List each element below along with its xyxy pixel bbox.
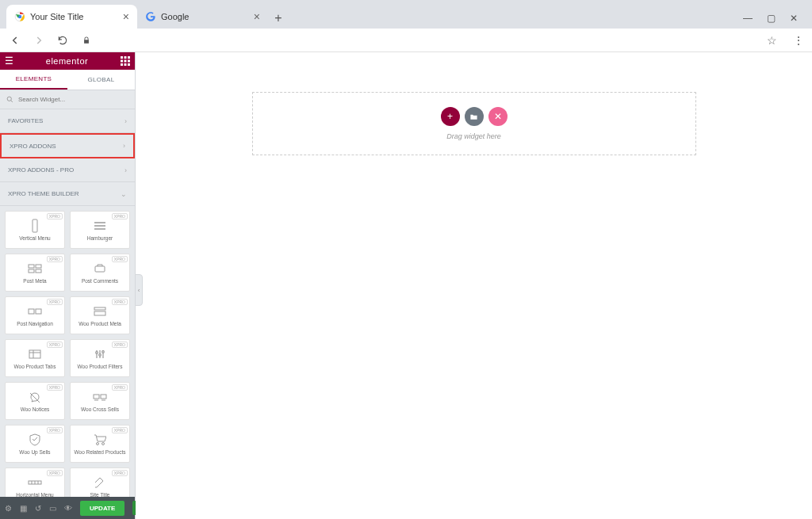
svg-rect-14 [36,265,41,268]
reload-button[interactable] [56,33,70,48]
widget-badge: XPRO [112,342,128,348]
svg-rect-4 [128,56,130,59]
panel-collapse-handle[interactable]: ‹ [135,274,143,306]
widget-icon [94,261,106,276]
widget-icon [29,390,41,404]
tab-global[interactable]: GLOBAL [67,70,135,90]
svg-point-29 [102,442,105,445]
widget-item[interactable]: XPROWoo Notices [5,382,65,420]
category-xpro-theme-builder[interactable]: XPRO THEME BUILDER ⌄ [0,182,135,206]
responsive-icon[interactable]: ▭ [49,504,56,513]
svg-rect-17 [95,266,105,272]
close-window-button[interactable]: ✕ [790,13,798,24]
widget-icon [29,433,40,447]
preview-icon[interactable]: 👁 [64,504,72,513]
category-xpro-addons-pro[interactable]: XPRO ADDONS - PRO › [0,158,135,182]
widget-label: Horizontal Menu [16,492,53,497]
browser-menu-icon[interactable]: ⋮ [793,34,804,47]
search-widget-box[interactable] [0,90,135,109]
update-button[interactable]: UPDATE [80,501,124,516]
category-label: XPRO ADDONS - PRO [8,166,74,174]
chevron-right-icon: › [124,166,127,174]
widget-item[interactable]: XPROPost Navigation [5,296,65,334]
widget-item[interactable]: XPROWoo Up Sells [5,425,65,463]
widget-badge: XPRO [112,256,128,262]
close-icon[interactable]: × [123,10,129,23]
navigator-icon[interactable]: ▦ [20,504,27,513]
lock-icon[interactable] [82,36,90,44]
widget-label: Vertical Menu [19,235,50,241]
widget-item[interactable]: XPROSite Title [70,467,130,497]
widget-icon [93,390,107,404]
svg-rect-9 [124,63,126,66]
svg-rect-6 [124,60,126,63]
widget-badge: XPRO [112,384,128,391]
elementor-logo: elementor [46,56,88,66]
widget-item[interactable]: XPROWoo Product Tabs [5,339,65,377]
widget-icon [95,475,105,490]
svg-rect-15 [29,269,34,273]
hamburger-icon[interactable]: ☰ [5,55,13,67]
apps-grid-icon[interactable] [121,56,130,66]
widget-item[interactable]: XPROHamburger [70,211,130,249]
widget-badge: XPRO [47,427,63,433]
tab-elements[interactable]: ELEMENTS [0,70,67,90]
panel-header: ☰ elementor [0,52,135,70]
svg-rect-16 [36,269,41,273]
chevron-right-icon: › [123,142,125,150]
close-icon[interactable]: × [254,10,260,23]
browser-tab[interactable]: Google × [137,5,268,29]
svg-rect-8 [121,63,123,66]
widget-item[interactable]: XPROPost Meta [5,254,65,292]
google-icon [145,11,156,22]
add-template-button[interactable] [465,107,484,126]
widget-badge: XPRO [47,213,63,219]
widget-icon [94,219,106,233]
svg-rect-22 [29,350,40,358]
history-icon[interactable]: ↺ [35,504,41,513]
category-xpro-addons[interactable]: XPRO ADDONS › [0,133,135,158]
settings-icon[interactable]: ⚙ [5,504,12,513]
forward-button[interactable] [32,33,46,48]
editor-canvas[interactable]: ‹ + ✕ Drag widget here [136,52,812,519]
widget-icon [29,219,40,233]
widget-item[interactable]: XPROWoo Product Meta [70,296,130,334]
back-button[interactable] [8,33,22,48]
panel-tabs: ELEMENTS GLOBAL [0,70,135,90]
widget-item[interactable]: XPROWoo Cross Sells [70,382,130,420]
widget-item[interactable]: XPROPost Comments [70,254,130,292]
widget-item[interactable]: XPROWoo Related Products [70,425,130,463]
widget-icon [94,433,106,447]
widget-badge: XPRO [47,299,63,305]
browser-tab-active[interactable]: Your Site Title × [6,5,137,29]
panel-footer: ⚙ ▦ ↺ ▭ 👁 UPDATE ▴ [0,497,135,519]
new-tab-button[interactable]: + [268,8,289,29]
widget-label: Woo Product Tabs [14,364,56,369]
svg-rect-10 [128,63,130,66]
svg-rect-7 [128,60,130,63]
widget-icon [28,475,42,490]
svg-rect-19 [36,309,41,314]
svg-rect-18 [29,309,34,314]
section-drop-zone[interactable]: + ✕ Drag widget here [252,92,696,155]
chevron-down-icon: ⌄ [121,190,127,198]
svg-point-28 [97,442,99,445]
widget-label: Woo Product Meta [79,321,121,326]
close-section-button[interactable]: ✕ [488,107,508,126]
chevron-right-icon: › [124,117,127,125]
add-section-button[interactable]: + [441,107,460,126]
bookmark-icon[interactable]: ☆ [767,34,777,47]
drop-hint: Drag widget here [446,132,501,140]
drop-actions: + ✕ [441,107,508,126]
category-label: XPRO ADDONS [10,143,56,150]
widget-item[interactable]: XPROHorizontal Menu [5,467,65,497]
minimize-button[interactable]: — [743,13,753,24]
maximize-button[interactable]: ▢ [767,13,776,24]
search-input[interactable] [18,96,128,103]
widget-item[interactable]: XPROVertical Menu [5,211,65,249]
chrome-icon [14,11,25,22]
widget-badge: XPRO [47,384,63,391]
category-favorites[interactable]: FAVORITES › [0,109,135,133]
update-label: UPDATE [90,505,115,512]
widget-item[interactable]: XPROWoo Product Filters [70,339,130,377]
